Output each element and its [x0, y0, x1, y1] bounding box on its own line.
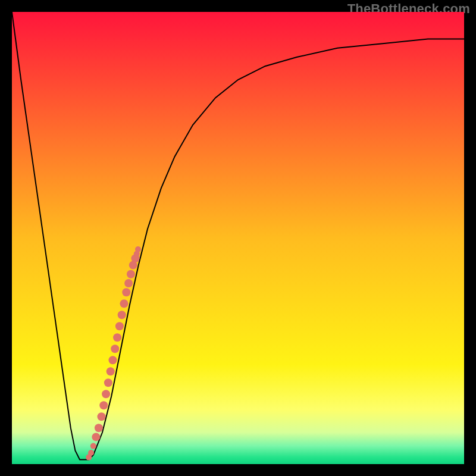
highlight-dot [88, 450, 94, 456]
highlight-dot [104, 378, 112, 387]
highlight-dot [127, 270, 135, 278]
highlight-dot [99, 401, 108, 409]
highlight-dot [120, 299, 129, 308]
highlight-dot [135, 246, 141, 252]
highlight-dot [98, 412, 106, 421]
highlight-dot [124, 279, 133, 287]
highlight-dot [95, 424, 103, 432]
highlight-dot [92, 433, 100, 441]
bottleneck-chart [12, 12, 464, 464]
highlight-dot [102, 390, 110, 398]
highlight-dot [111, 345, 119, 353]
highlight-dot [109, 356, 117, 364]
highlight-dot [118, 311, 126, 319]
highlight-dot [115, 322, 124, 330]
chart-frame: TheBottleneck.com [0, 0, 476, 476]
highlight-dot [107, 367, 115, 375]
highlight-dot [113, 333, 121, 342]
highlight-dot [90, 443, 96, 449]
highlight-dot [122, 288, 130, 296]
